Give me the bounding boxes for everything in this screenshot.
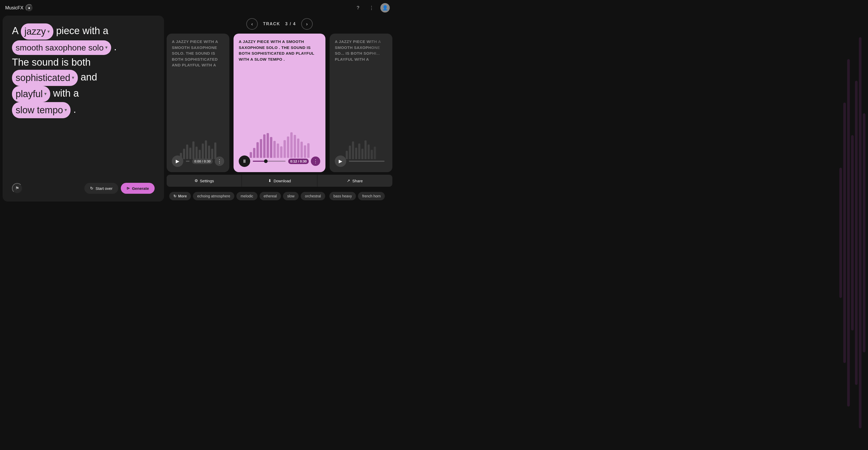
- sophisticated-pill[interactable]: sophisticated ▾: [12, 70, 78, 86]
- settings-icon: ⚙: [194, 178, 198, 183]
- prompt-with-text: with a: [53, 88, 79, 99]
- prompt-sound-text: The sound is both: [12, 57, 91, 68]
- generate-icon: ⊳: [127, 186, 130, 191]
- more-menu-button[interactable]: ⋮: [367, 3, 376, 12]
- track-navigation: ‹ TRACK 3 / 4 ›: [166, 16, 392, 31]
- next-track-button[interactable]: ›: [301, 18, 313, 30]
- tag-french-horn[interactable]: french horn: [358, 192, 385, 200]
- prompt-text2: .: [114, 41, 117, 52]
- flag-icon: ⚑: [15, 185, 19, 191]
- tag-bass-heavy[interactable]: bass heavy: [329, 192, 356, 200]
- prompt-prefix: A: [12, 25, 18, 36]
- prompt-footer: ⚑ ↻ Start over ⊳ Generate: [12, 183, 155, 194]
- prompt-text1: piece with a: [56, 25, 108, 36]
- download-icon: ⬇: [268, 178, 272, 183]
- sophisticated-caret: ▾: [72, 74, 74, 81]
- settings-button[interactable]: ⚙ Settings: [166, 175, 242, 187]
- left-play-button[interactable]: ▶: [172, 155, 183, 167]
- right-card-controls: ▶: [335, 155, 387, 167]
- wave-bar: [267, 133, 269, 158]
- center-time-label: 0:12 / 0:30: [288, 158, 309, 164]
- app-dot-button[interactable]: ●: [26, 4, 33, 11]
- share-icon: ↗: [347, 178, 350, 183]
- left-time-label: 0:00 / 0:30: [192, 158, 213, 164]
- right-play-button[interactable]: ▶: [335, 155, 346, 167]
- prompt-text: A jazzy ▾ piece with a smooth saxophone …: [12, 24, 155, 178]
- help-button[interactable]: ?: [353, 3, 363, 12]
- prev-track-button[interactable]: ‹: [246, 18, 258, 30]
- wave-bar: [297, 139, 300, 158]
- prompt-end: .: [73, 104, 76, 115]
- center-progress-bar[interactable]: [253, 159, 286, 163]
- left-card-controls: ▶ 0:00 / 0:30 ⋮: [172, 155, 224, 167]
- generate-button[interactable]: ⊳ Generate: [121, 183, 155, 194]
- action-buttons: ⚙ Settings ⬇ Download ↗ Share: [166, 175, 392, 187]
- saxophone-pill[interactable]: smooth saxophone solo ▾: [12, 40, 111, 55]
- header: MusicFX ● ? ⋮ 👤: [0, 0, 395, 16]
- center-more-button[interactable]: ⋮: [311, 156, 320, 166]
- flag-button[interactable]: ⚑: [12, 183, 22, 193]
- left-card-text: A JAZZY PIECE WITH A SMOOTH SAXOPHONE SO…: [172, 39, 224, 68]
- left-progress-bar[interactable]: [186, 161, 189, 162]
- download-button[interactable]: ⬇ Download: [242, 175, 317, 187]
- start-over-icon: ↻: [90, 186, 93, 191]
- tag-melodic[interactable]: melodic: [237, 192, 257, 200]
- playful-pill[interactable]: playful ▾: [12, 86, 50, 102]
- share-button[interactable]: ↗ Share: [317, 175, 392, 187]
- left-more-button[interactable]: ⋮: [215, 156, 224, 166]
- playful-caret: ▾: [44, 90, 46, 97]
- track-card-center: A JAZZY PIECE WITH A SMOOTH SAXOPHONE SO…: [234, 34, 326, 172]
- center-card-controls: ⏸ 0:12 / 0:30 ⋮: [239, 155, 320, 167]
- center-pause-button[interactable]: ⏸: [239, 155, 250, 167]
- jazzy-pill[interactable]: jazzy ▾: [21, 24, 53, 39]
- wave-bar: [283, 140, 286, 158]
- tag-echoing-atmosphere[interactable]: echoing atmosphere: [193, 192, 234, 200]
- more-tags-button[interactable]: ↻ More: [169, 192, 191, 200]
- header-right: ? ⋮ 👤: [353, 3, 390, 12]
- tag-orchestral[interactable]: orchestral: [301, 192, 325, 200]
- right-section: ‹ TRACK 3 / 4 › A JAZZY PIECE WITH A SMO…: [166, 16, 395, 204]
- track-card-right: A JAZZY PIECE WITH A SMOOTH SAXOPHONE SO…: [330, 34, 392, 172]
- wave-bar: [294, 135, 296, 158]
- start-over-button[interactable]: ↻ Start over: [84, 183, 118, 194]
- footer-buttons: ↻ Start over ⊳ Generate: [84, 183, 155, 194]
- slow-tempo-pill[interactable]: slow tempo ▾: [12, 102, 70, 118]
- saxophone-caret: ▾: [105, 44, 107, 51]
- wave-bar: [290, 132, 292, 158]
- tags-section: ↻ More echoing atmosphere melodic ethere…: [166, 189, 392, 202]
- tag-slow[interactable]: slow: [283, 192, 299, 200]
- avatar[interactable]: 👤: [380, 3, 390, 12]
- header-left: MusicFX ●: [5, 4, 33, 11]
- tag-ethereal[interactable]: ethereal: [259, 192, 281, 200]
- track-card-left: A JAZZY PIECE WITH A SMOOTH SAXOPHONE SO…: [166, 34, 229, 172]
- prompt-and-text: and: [81, 71, 97, 83]
- wave-bar: [287, 137, 289, 158]
- track-label: TRACK 3 / 4: [263, 22, 296, 26]
- prompt-panel: A jazzy ▾ piece with a smooth saxophone …: [3, 16, 164, 202]
- more-icon: ↻: [174, 194, 177, 198]
- cards-container: A JAZZY PIECE WITH A SMOOTH SAXOPHONE SO…: [166, 34, 392, 172]
- app-title: MusicFX: [5, 5, 24, 11]
- slow-tempo-caret: ▾: [65, 107, 67, 114]
- main-content: A jazzy ▾ piece with a smooth saxophone …: [0, 16, 395, 204]
- wave-bar: [270, 137, 272, 158]
- center-card-text: A JAZZY PIECE WITH A SMOOTH SAXOPHONE SO…: [239, 39, 320, 62]
- right-progress-bar[interactable]: [349, 161, 384, 162]
- wave-bar: [260, 139, 262, 158]
- wave-bar: [263, 134, 266, 158]
- jazzy-caret: ▾: [48, 28, 50, 35]
